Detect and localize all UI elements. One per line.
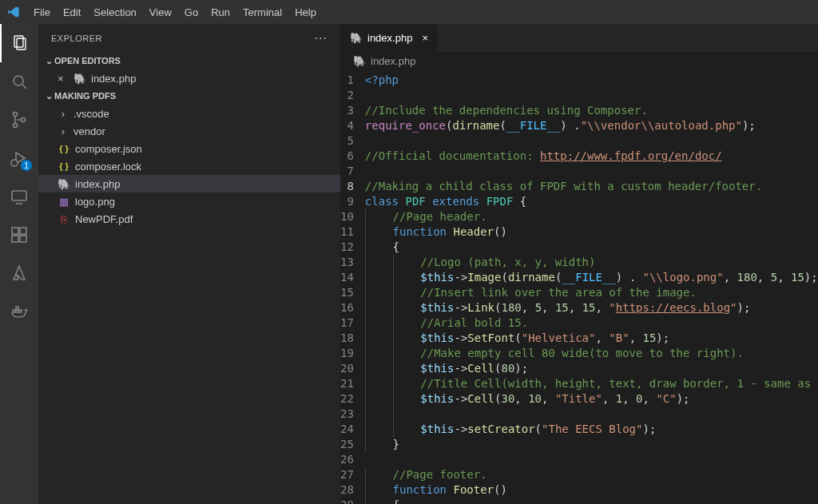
tree-item-label: .vscode: [73, 108, 109, 120]
menu-item-help[interactable]: Help: [288, 0, 323, 24]
tree-item-index-php[interactable]: 🐘index.php: [38, 175, 340, 192]
tree-item-NewPDF-pdf[interactable]: ⎘NewPDF.pdf: [38, 210, 340, 228]
editor-tabs: 🐘 index.php ×: [340, 24, 818, 52]
menu-item-run[interactable]: Run: [204, 0, 236, 24]
php-icon: 🐘: [353, 55, 366, 67]
svg-line-3: [22, 85, 26, 89]
php-icon: 🐘: [350, 32, 363, 44]
tree-item-label: index.php: [75, 178, 120, 190]
svg-rect-18: [16, 307, 18, 309]
menu-item-go[interactable]: Go: [178, 0, 204, 24]
svg-point-6: [22, 118, 26, 122]
json-icon: { }: [58, 161, 70, 171]
tree-item-logo-png[interactable]: ▦logo.png: [38, 192, 340, 210]
svg-point-2: [14, 76, 23, 85]
tree-item--vscode[interactable]: ›.vscode: [38, 105, 340, 122]
menu-item-file[interactable]: File: [27, 0, 57, 24]
chevron-down-icon: ⌄: [43, 56, 54, 66]
close-icon[interactable]: ×: [58, 73, 69, 85]
json-icon: { }: [58, 144, 70, 153]
debug-badge: 1: [21, 160, 32, 171]
svg-point-8: [11, 160, 18, 166]
more-icon[interactable]: ···: [315, 31, 328, 46]
image-icon: ▦: [58, 196, 70, 208]
svg-rect-1: [17, 38, 26, 50]
php-icon: 🐘: [73, 73, 86, 85]
tree-item-composer-json[interactable]: { }composer.json: [38, 140, 340, 157]
activity-bar: 1: [0, 24, 38, 504]
menu-item-selection[interactable]: Selection: [87, 0, 142, 24]
activity-source-control-icon[interactable]: [0, 101, 38, 139]
activity-docker-icon[interactable]: [0, 292, 38, 331]
open-editors-section[interactable]: ⌄ OPEN EDITORS: [38, 52, 340, 69]
tree-item-label: NewPDF.pdf: [75, 213, 133, 225]
tab-label: index.php: [367, 32, 412, 44]
activity-azure-icon[interactable]: [0, 254, 38, 292]
menu-item-terminal[interactable]: Terminal: [236, 0, 288, 24]
tree-item-composer-lock[interactable]: { }composer.lock: [38, 157, 340, 175]
activity-remote-icon[interactable]: [0, 177, 38, 216]
svg-rect-14: [20, 228, 26, 234]
sidebar-title: EXPLORER ···: [38, 24, 340, 52]
tree-item-vendor[interactable]: ›vendor: [38, 122, 340, 140]
breadcrumb-label: index.php: [371, 55, 415, 67]
svg-point-4: [14, 113, 18, 117]
svg-rect-11: [12, 228, 18, 234]
activity-extensions-icon[interactable]: [0, 216, 38, 254]
workspace-section[interactable]: ⌄ MAKING PDFS: [38, 87, 340, 105]
breadcrumb[interactable]: 🐘 index.php: [340, 52, 818, 69]
vscode-logo-icon: [0, 6, 27, 18]
svg-rect-12: [12, 236, 18, 242]
sidebar-title-label: EXPLORER: [51, 34, 102, 43]
menu-item-edit[interactable]: Edit: [57, 0, 87, 24]
tree-item-label: logo.png: [75, 196, 115, 208]
chevron-right-icon: ›: [58, 108, 69, 120]
activity-search-icon[interactable]: [0, 62, 38, 101]
open-editor-item[interactable]: ×🐘index.php: [38, 69, 340, 87]
explorer-sidebar: EXPLORER ··· ⌄ OPEN EDITORS ×🐘index.php …: [38, 24, 340, 504]
open-editors-label: OPEN EDITORS: [54, 56, 121, 65]
menu-item-view[interactable]: View: [143, 0, 178, 24]
svg-rect-9: [12, 191, 26, 200]
tree-item-label: composer.lock: [75, 161, 141, 173]
code-content[interactable]: <?php//Include the dependencies using Co…: [365, 69, 818, 504]
tab-index-php[interactable]: 🐘 index.php ×: [340, 24, 439, 52]
line-number-gutter: 1234567891011121314151617181920212223242…: [340, 69, 365, 504]
chevron-down-icon: ⌄: [43, 91, 54, 101]
svg-rect-15: [13, 310, 15, 312]
menu-bar: FileEditSelectionViewGoRunTerminalHelp: [0, 0, 818, 24]
activity-explorer-icon[interactable]: [0, 24, 38, 62]
activity-debug-icon[interactable]: 1: [0, 139, 38, 177]
svg-point-5: [14, 124, 18, 128]
code-editor[interactable]: 1234567891011121314151617181920212223242…: [340, 69, 818, 504]
svg-rect-16: [16, 310, 18, 312]
workspace-label: MAKING PDFS: [54, 91, 116, 101]
chevron-right-icon: ›: [58, 125, 69, 137]
open-editor-label: index.php: [91, 73, 136, 85]
svg-rect-0: [14, 36, 23, 47]
php-icon: 🐘: [58, 178, 70, 190]
svg-rect-17: [19, 310, 22, 312]
pdf-icon: ⎘: [58, 213, 70, 225]
tree-item-label: composer.json: [75, 143, 142, 155]
svg-rect-13: [20, 236, 26, 242]
close-icon[interactable]: ×: [422, 32, 428, 44]
editor-area: 🐘 index.php × 🐘 index.php 12345678910111…: [340, 24, 818, 504]
tree-item-label: vendor: [73, 125, 105, 137]
